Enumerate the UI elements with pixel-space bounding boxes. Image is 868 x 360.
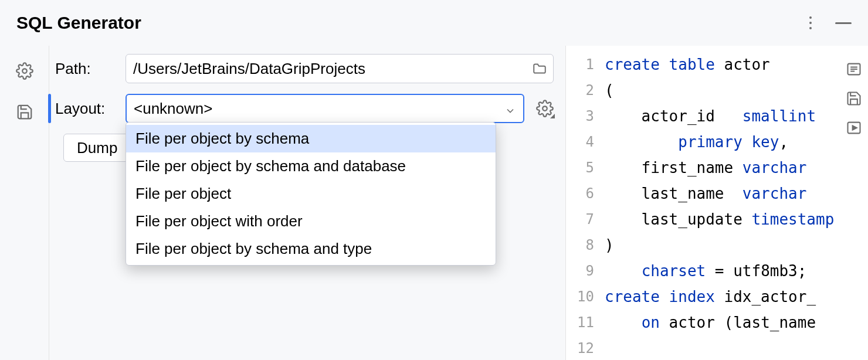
layout-combo-wrap: <unknown> <box>126 94 554 123</box>
form-area: Path: /Users/JetBrains/DataGripProjects … <box>49 46 565 360</box>
minimize-icon[interactable] <box>835 15 852 31</box>
run-icon[interactable] <box>846 120 862 136</box>
save-icon[interactable] <box>846 90 862 107</box>
titlebar-actions <box>802 15 852 31</box>
editor-right-rail <box>846 61 862 136</box>
dropdown-item[interactable]: File per object by schema <box>126 125 496 152</box>
dropdown-item[interactable]: File per object by schema and database <box>126 152 496 180</box>
dropdown-item[interactable]: File per object by schema and type <box>126 235 496 263</box>
code-content: create table actor( actor_id smallint pr… <box>601 46 868 360</box>
layout-label: Layout: <box>55 100 126 118</box>
layout-combo[interactable]: <unknown> <box>126 94 524 123</box>
path-input[interactable]: /Users/JetBrains/DataGripProjects <box>126 54 554 83</box>
dump-button[interactable]: Dump <box>63 134 131 162</box>
gear-icon[interactable] <box>16 62 33 80</box>
folder-icon[interactable] <box>532 61 547 76</box>
body: Path: /Users/JetBrains/DataGripProjects … <box>0 46 868 360</box>
left-rail <box>0 46 49 360</box>
dropdown-item[interactable]: File per object with order <box>126 208 496 235</box>
layout-dropdown: File per object by schema File per objec… <box>126 122 496 266</box>
layout-settings-icon[interactable] <box>536 100 554 117</box>
kebab-icon[interactable] <box>802 15 819 31</box>
code-editor[interactable]: 123456789101112 create table actor( acto… <box>565 46 868 360</box>
save-icon[interactable] <box>16 103 33 121</box>
path-value: /Users/JetBrains/DataGripProjects <box>133 60 365 78</box>
svg-point-0 <box>22 69 27 73</box>
lines-icon[interactable] <box>846 61 862 77</box>
path-label: Path: <box>55 60 126 78</box>
layout-value: <unknown> <box>134 100 212 118</box>
svg-marker-7 <box>853 126 857 130</box>
path-row: Path: /Users/JetBrains/DataGripProjects <box>55 54 554 83</box>
svg-point-1 <box>542 106 547 111</box>
layout-row: Layout: <unknown> <box>55 94 554 123</box>
chevron-down-icon <box>504 103 516 114</box>
window-title: SQL Generator <box>16 13 141 33</box>
titlebar: SQL Generator <box>0 0 868 46</box>
dropdown-item[interactable]: File per object <box>126 180 496 208</box>
line-gutter: 123456789101112 <box>566 46 601 360</box>
